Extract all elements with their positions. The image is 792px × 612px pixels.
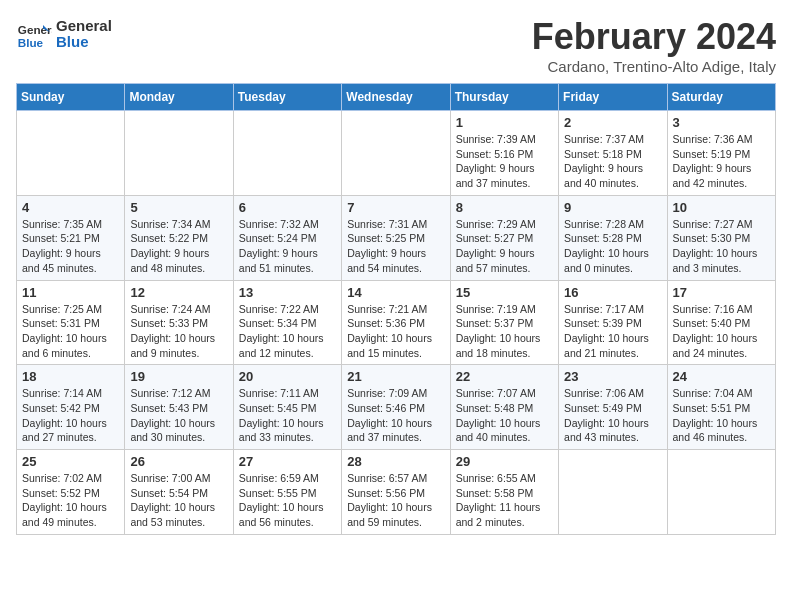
day-cell	[342, 111, 450, 196]
day-info: Sunrise: 7:09 AM Sunset: 5:46 PM Dayligh…	[347, 386, 444, 445]
week-row-1: 1Sunrise: 7:39 AM Sunset: 5:16 PM Daylig…	[17, 111, 776, 196]
day-info: Sunrise: 7:24 AM Sunset: 5:33 PM Dayligh…	[130, 302, 227, 361]
day-info: Sunrise: 7:12 AM Sunset: 5:43 PM Dayligh…	[130, 386, 227, 445]
day-number: 23	[564, 369, 661, 384]
day-cell: 25Sunrise: 7:02 AM Sunset: 5:52 PM Dayli…	[17, 450, 125, 535]
day-cell: 28Sunrise: 6:57 AM Sunset: 5:56 PM Dayli…	[342, 450, 450, 535]
day-info: Sunrise: 7:31 AM Sunset: 5:25 PM Dayligh…	[347, 217, 444, 276]
day-number: 5	[130, 200, 227, 215]
day-info: Sunrise: 7:25 AM Sunset: 5:31 PM Dayligh…	[22, 302, 119, 361]
day-cell: 24Sunrise: 7:04 AM Sunset: 5:51 PM Dayli…	[667, 365, 775, 450]
day-cell: 12Sunrise: 7:24 AM Sunset: 5:33 PM Dayli…	[125, 280, 233, 365]
day-number: 4	[22, 200, 119, 215]
day-number: 6	[239, 200, 336, 215]
week-row-2: 4Sunrise: 7:35 AM Sunset: 5:21 PM Daylig…	[17, 195, 776, 280]
day-number: 18	[22, 369, 119, 384]
day-cell: 8Sunrise: 7:29 AM Sunset: 5:27 PM Daylig…	[450, 195, 558, 280]
day-number: 25	[22, 454, 119, 469]
day-number: 3	[673, 115, 770, 130]
day-info: Sunrise: 7:29 AM Sunset: 5:27 PM Dayligh…	[456, 217, 553, 276]
day-cell: 18Sunrise: 7:14 AM Sunset: 5:42 PM Dayli…	[17, 365, 125, 450]
day-info: Sunrise: 7:04 AM Sunset: 5:51 PM Dayligh…	[673, 386, 770, 445]
calendar-table: SundayMondayTuesdayWednesdayThursdayFrid…	[16, 83, 776, 535]
day-cell: 19Sunrise: 7:12 AM Sunset: 5:43 PM Dayli…	[125, 365, 233, 450]
day-cell	[667, 450, 775, 535]
day-number: 22	[456, 369, 553, 384]
day-info: Sunrise: 7:37 AM Sunset: 5:18 PM Dayligh…	[564, 132, 661, 191]
day-info: Sunrise: 7:02 AM Sunset: 5:52 PM Dayligh…	[22, 471, 119, 530]
day-info: Sunrise: 7:39 AM Sunset: 5:16 PM Dayligh…	[456, 132, 553, 191]
day-cell	[125, 111, 233, 196]
day-number: 9	[564, 200, 661, 215]
day-number: 26	[130, 454, 227, 469]
day-number: 2	[564, 115, 661, 130]
day-cell: 20Sunrise: 7:11 AM Sunset: 5:45 PM Dayli…	[233, 365, 341, 450]
column-header-friday: Friday	[559, 84, 667, 111]
day-info: Sunrise: 6:59 AM Sunset: 5:55 PM Dayligh…	[239, 471, 336, 530]
day-number: 11	[22, 285, 119, 300]
day-info: Sunrise: 7:28 AM Sunset: 5:28 PM Dayligh…	[564, 217, 661, 276]
day-info: Sunrise: 7:34 AM Sunset: 5:22 PM Dayligh…	[130, 217, 227, 276]
day-number: 14	[347, 285, 444, 300]
day-info: Sunrise: 7:32 AM Sunset: 5:24 PM Dayligh…	[239, 217, 336, 276]
day-info: Sunrise: 7:06 AM Sunset: 5:49 PM Dayligh…	[564, 386, 661, 445]
day-cell	[17, 111, 125, 196]
day-cell: 9Sunrise: 7:28 AM Sunset: 5:28 PM Daylig…	[559, 195, 667, 280]
day-number: 16	[564, 285, 661, 300]
day-number: 20	[239, 369, 336, 384]
day-info: Sunrise: 7:22 AM Sunset: 5:34 PM Dayligh…	[239, 302, 336, 361]
day-info: Sunrise: 6:57 AM Sunset: 5:56 PM Dayligh…	[347, 471, 444, 530]
day-cell: 22Sunrise: 7:07 AM Sunset: 5:48 PM Dayli…	[450, 365, 558, 450]
day-info: Sunrise: 7:00 AM Sunset: 5:54 PM Dayligh…	[130, 471, 227, 530]
day-info: Sunrise: 7:16 AM Sunset: 5:40 PM Dayligh…	[673, 302, 770, 361]
day-number: 13	[239, 285, 336, 300]
day-cell: 26Sunrise: 7:00 AM Sunset: 5:54 PM Dayli…	[125, 450, 233, 535]
day-number: 28	[347, 454, 444, 469]
svg-text:Blue: Blue	[18, 36, 44, 49]
day-number: 1	[456, 115, 553, 130]
day-cell: 14Sunrise: 7:21 AM Sunset: 5:36 PM Dayli…	[342, 280, 450, 365]
day-cell: 16Sunrise: 7:17 AM Sunset: 5:39 PM Dayli…	[559, 280, 667, 365]
column-header-monday: Monday	[125, 84, 233, 111]
day-cell: 5Sunrise: 7:34 AM Sunset: 5:22 PM Daylig…	[125, 195, 233, 280]
column-header-thursday: Thursday	[450, 84, 558, 111]
day-number: 15	[456, 285, 553, 300]
logo-icon: General Blue	[16, 16, 52, 52]
day-cell: 27Sunrise: 6:59 AM Sunset: 5:55 PM Dayli…	[233, 450, 341, 535]
day-cell: 4Sunrise: 7:35 AM Sunset: 5:21 PM Daylig…	[17, 195, 125, 280]
day-cell	[233, 111, 341, 196]
day-cell: 10Sunrise: 7:27 AM Sunset: 5:30 PM Dayli…	[667, 195, 775, 280]
day-info: Sunrise: 7:35 AM Sunset: 5:21 PM Dayligh…	[22, 217, 119, 276]
day-number: 17	[673, 285, 770, 300]
header: General Blue General Blue February 2024 …	[16, 16, 776, 75]
title-area: February 2024 Cardano, Trentino-Alto Adi…	[532, 16, 776, 75]
day-number: 24	[673, 369, 770, 384]
day-number: 7	[347, 200, 444, 215]
day-cell	[559, 450, 667, 535]
logo-blue: Blue	[56, 34, 112, 51]
day-number: 21	[347, 369, 444, 384]
day-cell: 3Sunrise: 7:36 AM Sunset: 5:19 PM Daylig…	[667, 111, 775, 196]
day-number: 8	[456, 200, 553, 215]
day-info: Sunrise: 6:55 AM Sunset: 5:58 PM Dayligh…	[456, 471, 553, 530]
column-header-tuesday: Tuesday	[233, 84, 341, 111]
day-cell: 21Sunrise: 7:09 AM Sunset: 5:46 PM Dayli…	[342, 365, 450, 450]
day-cell: 13Sunrise: 7:22 AM Sunset: 5:34 PM Dayli…	[233, 280, 341, 365]
column-header-wednesday: Wednesday	[342, 84, 450, 111]
day-cell: 15Sunrise: 7:19 AM Sunset: 5:37 PM Dayli…	[450, 280, 558, 365]
day-info: Sunrise: 7:21 AM Sunset: 5:36 PM Dayligh…	[347, 302, 444, 361]
day-number: 29	[456, 454, 553, 469]
day-number: 27	[239, 454, 336, 469]
day-info: Sunrise: 7:11 AM Sunset: 5:45 PM Dayligh…	[239, 386, 336, 445]
calendar-header-row: SundayMondayTuesdayWednesdayThursdayFrid…	[17, 84, 776, 111]
week-row-5: 25Sunrise: 7:02 AM Sunset: 5:52 PM Dayli…	[17, 450, 776, 535]
day-info: Sunrise: 7:36 AM Sunset: 5:19 PM Dayligh…	[673, 132, 770, 191]
calendar-subtitle: Cardano, Trentino-Alto Adige, Italy	[532, 58, 776, 75]
logo-general: General	[56, 18, 112, 35]
calendar-title: February 2024	[532, 16, 776, 58]
logo: General Blue General Blue	[16, 16, 112, 52]
day-info: Sunrise: 7:14 AM Sunset: 5:42 PM Dayligh…	[22, 386, 119, 445]
day-number: 12	[130, 285, 227, 300]
day-cell: 6Sunrise: 7:32 AM Sunset: 5:24 PM Daylig…	[233, 195, 341, 280]
day-cell: 29Sunrise: 6:55 AM Sunset: 5:58 PM Dayli…	[450, 450, 558, 535]
